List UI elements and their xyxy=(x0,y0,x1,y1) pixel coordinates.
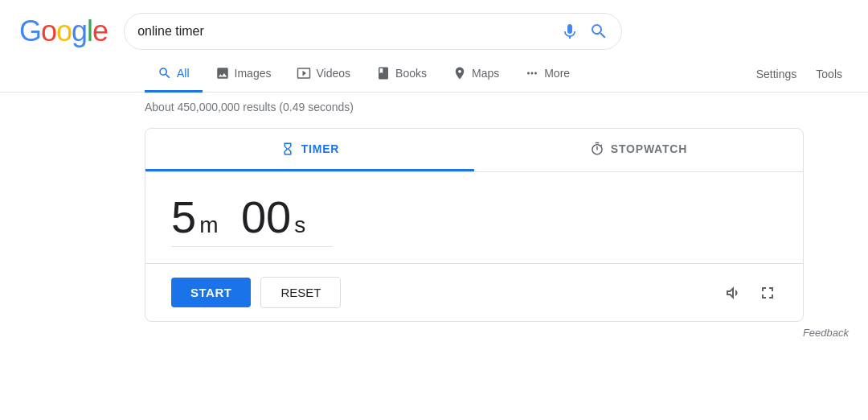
tab-books[interactable]: Books xyxy=(363,56,440,93)
results-count: About 450,000,000 results (0.49 seconds) xyxy=(145,101,354,113)
fullscreen-icon[interactable] xyxy=(758,283,777,303)
search-input[interactable] xyxy=(137,24,560,39)
timer-time: 5 m 00 s xyxy=(171,195,777,240)
timer-tabs: TIMER STOPWATCH xyxy=(145,129,803,172)
timer-widget: TIMER STOPWATCH 5 m 00 s START RESET xyxy=(145,128,804,322)
search-icons xyxy=(560,22,608,41)
tab-images[interactable]: Images xyxy=(203,56,285,93)
timer-controls: START RESET xyxy=(145,263,803,321)
logo-o1: o xyxy=(41,14,56,48)
nav-settings: Settings Tools xyxy=(750,58,868,90)
tab-maps[interactable]: Maps xyxy=(440,56,512,93)
timer-underline xyxy=(171,246,332,247)
timer-display: 5 m 00 s xyxy=(145,172,803,263)
map-tab-icon xyxy=(452,66,467,80)
timer-tab-stopwatch[interactable]: STOPWATCH xyxy=(474,129,803,171)
tools-button[interactable]: Tools xyxy=(809,58,849,90)
timer-tab-label: TIMER xyxy=(301,142,340,155)
hourglass-icon xyxy=(280,142,295,156)
google-logo: G o o g l e xyxy=(19,14,108,48)
settings-button[interactable]: Settings xyxy=(750,58,804,90)
logo-e: e xyxy=(92,14,108,48)
nav-tabs: All Images Videos Books xyxy=(0,56,868,93)
timer-tab-timer[interactable]: TIMER xyxy=(145,129,474,171)
feedback-label[interactable]: Feedback xyxy=(803,327,849,339)
mic-icon[interactable] xyxy=(560,22,579,41)
search-bar xyxy=(124,13,622,50)
seconds-unit: s xyxy=(294,212,305,238)
minutes-unit: m xyxy=(199,212,218,238)
tab-maps-label: Maps xyxy=(472,67,499,80)
tab-images-label: Images xyxy=(235,67,272,80)
minutes-value: 5 xyxy=(171,195,196,240)
tab-all-label: All xyxy=(177,67,190,80)
tab-more-label: More xyxy=(544,67,570,80)
feedback-area: Feedback xyxy=(0,322,868,344)
logo-g: G xyxy=(19,14,41,48)
results-summary: About 450,000,000 results (0.49 seconds) xyxy=(0,93,868,121)
image-tab-icon xyxy=(215,66,230,80)
stopwatch-icon xyxy=(590,142,604,156)
volume-icon[interactable] xyxy=(723,283,742,303)
video-tab-icon xyxy=(297,66,311,80)
logo-o2: o xyxy=(56,14,72,48)
time-separator xyxy=(227,221,231,236)
more-tab-icon xyxy=(525,66,539,80)
tab-videos[interactable]: Videos xyxy=(284,56,363,93)
tab-more[interactable]: More xyxy=(512,56,583,93)
logo-g2: g xyxy=(72,14,87,48)
tab-books-label: Books xyxy=(395,67,427,80)
tab-videos-label: Videos xyxy=(316,67,350,80)
seconds-value: 00 xyxy=(241,195,291,240)
start-button[interactable]: START xyxy=(171,278,251,307)
stopwatch-tab-label: STOPWATCH xyxy=(611,142,687,155)
book-tab-icon xyxy=(376,66,391,80)
header: G o o g l e xyxy=(0,0,868,50)
timer-right-icons xyxy=(723,283,777,303)
tab-all[interactable]: All xyxy=(145,56,203,93)
reset-button[interactable]: RESET xyxy=(260,277,341,308)
search-tab-icon xyxy=(158,66,172,80)
logo-l: l xyxy=(87,14,92,48)
search-icon[interactable] xyxy=(589,22,608,41)
